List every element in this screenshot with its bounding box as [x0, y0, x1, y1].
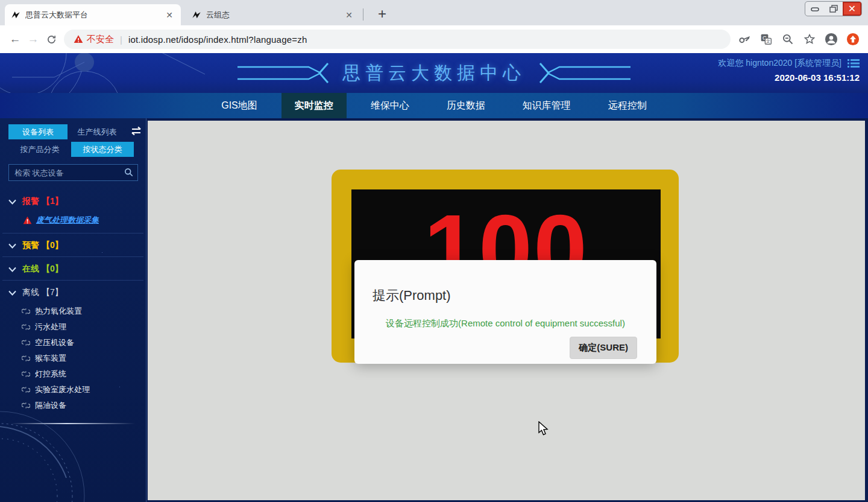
tree-item-offline-device[interactable]: 热力氧化装置 — [0, 303, 146, 319]
datetime: 2020-06-03 16:51:12 — [718, 72, 860, 83]
offline-link-icon — [22, 323, 30, 331]
address-bar[interactable]: 不安全 | iot.idosp.net/idosp/index.html?lan… — [64, 30, 731, 49]
offline-link-icon — [22, 370, 30, 378]
offline-link-icon — [22, 386, 30, 393]
toolbar-icons: G文 — [738, 33, 862, 46]
tab-title: 思普云大数据平台 — [25, 10, 164, 21]
forward-icon[interactable]: → — [24, 30, 42, 48]
browser-toolbar: ← → 不安全 | iot.idosp.net/idosp/index.html… — [0, 25, 868, 53]
page-title: 思普云大数据中心 — [342, 61, 526, 86]
url-text[interactable]: iot.idosp.net/idosp/index.html?language=… — [128, 34, 307, 45]
tab-active[interactable]: 思普云大数据平台 ✕ — [5, 4, 181, 25]
body-area: 设备列表 生产线列表 按产品分类 按状态分类 — [0, 118, 868, 502]
tree-item-offline-device[interactable]: 猴车装置 — [0, 351, 146, 366]
search-input[interactable] — [8, 164, 138, 181]
browser-menu-icon[interactable] — [846, 33, 860, 46]
welcome-text: 欢迎您 hignton2020 [系统管理员] — [718, 58, 841, 69]
back-icon[interactable]: ← — [6, 30, 24, 48]
tab-production-line-list[interactable]: 生产线列表 — [68, 124, 127, 139]
tree-item-offline-device[interactable]: 污水处理 — [0, 319, 146, 335]
tab-title: 云组态 — [206, 10, 344, 21]
tab-divider — [363, 8, 363, 21]
alarm-warning-icon — [23, 216, 32, 224]
new-tab-button[interactable]: + — [373, 5, 392, 24]
close-button[interactable]: ✕ — [843, 2, 861, 16]
dialog-title: 提示(Prompt) — [373, 287, 451, 305]
sidebar-decoration — [0, 405, 145, 502]
device-tree: 报警 【1】 废气处理数据采集 预警 【0】 在线 【0】 — [0, 189, 146, 413]
site-favicon-icon — [11, 10, 20, 20]
password-key-icon[interactable] — [738, 33, 751, 46]
device-sidebar: 设备列表 生产线列表 按产品分类 按状态分类 — [0, 118, 146, 502]
offline-link-icon — [22, 308, 30, 315]
tree-group-offline[interactable]: 离线 【7】 — [0, 281, 146, 303]
user-menu-icon[interactable] — [848, 59, 860, 68]
title-bracket-left — [237, 60, 334, 86]
chevron-down-icon[interactable] — [8, 288, 16, 297]
svg-text:文: 文 — [766, 39, 771, 44]
nav-item-history[interactable]: 历史数据 — [433, 93, 498, 118]
tab-device-list[interactable]: 设备列表 — [8, 124, 68, 139]
tree-item-offline-device[interactable]: 实验室废水处理 — [0, 382, 146, 398]
tree-group-alarm[interactable]: 报警 【1】 — [0, 189, 146, 212]
tree-item-offline-device[interactable]: 空压机设备 — [0, 335, 146, 351]
tree-item-alarm-device[interactable]: 废气处理数据采集 — [0, 212, 146, 233]
translate-icon[interactable]: G文 — [760, 33, 773, 46]
site-favicon-icon — [192, 10, 201, 20]
nav-item-realtime[interactable]: 实时监控 — [281, 93, 347, 118]
dialog-message: 设备远程控制成功(Remote control of equipment suc… — [354, 318, 656, 329]
offline-link-icon — [22, 339, 30, 346]
zoom-out-icon[interactable] — [781, 33, 794, 46]
tree-group-online[interactable]: 在线 【0】 — [0, 257, 146, 280]
search-icon[interactable] — [124, 168, 133, 179]
nav-item-remote[interactable]: 远程控制 — [595, 93, 660, 118]
restore-button[interactable] — [824, 2, 843, 16]
nav-item-knowledge[interactable]: 知识库管理 — [509, 93, 584, 118]
tree-group-warning[interactable]: 预警 【0】 — [0, 234, 146, 256]
not-secure-label[interactable]: 不安全 — [87, 34, 114, 45]
tab-strip: 思普云大数据平台 ✕ 云组态 ✕ + ✕ — [0, 0, 868, 25]
webpage: 思普云大数据中心 欢迎您 hignton2020 [系统管理员] 2020-06… — [0, 53, 868, 502]
chevron-down-icon[interactable] — [8, 197, 16, 206]
tab-close-icon[interactable]: ✕ — [164, 10, 175, 21]
offline-link-icon — [22, 355, 30, 362]
tab-close-icon[interactable]: ✕ — [344, 10, 354, 21]
tab-by-product[interactable]: 按产品分类 — [8, 142, 71, 157]
site-header: 思普云大数据中心 欢迎您 hignton2020 [系统管理员] 2020-06… — [0, 53, 868, 93]
chevron-down-icon[interactable] — [8, 241, 16, 250]
main-nav: GIS地图 实时监控 维保中心 历史数据 知识库管理 远程控制 — [0, 93, 868, 118]
browser-window: 思普云大数据平台 ✕ 云组态 ✕ + ✕ ← → — [0, 0, 868, 502]
window-controls: ✕ — [805, 1, 862, 16]
not-secure-warning-icon — [74, 34, 83, 44]
main-content: 100 提示(Prompt) 设备远程控制成功(Remote control o… — [148, 121, 865, 500]
nav-item-maintenance[interactable]: 维保中心 — [357, 93, 423, 118]
bookmark-star-icon[interactable] — [803, 33, 816, 46]
minimize-button[interactable] — [805, 2, 824, 16]
swap-icon[interactable] — [130, 126, 142, 138]
prompt-dialog: 提示(Prompt) 设备远程控制成功(Remote control of eq… — [354, 260, 656, 364]
address-separator: | — [120, 34, 122, 45]
confirm-button[interactable]: 确定(SURE) — [570, 337, 637, 359]
chevron-down-icon[interactable] — [8, 264, 16, 274]
tab-by-status[interactable]: 按状态分类 — [71, 142, 134, 157]
reload-icon[interactable] — [42, 30, 60, 48]
tab-inactive[interactable]: 云组态 ✕ — [186, 4, 360, 25]
tree-item-offline-device[interactable]: 灯控系统 — [0, 366, 146, 382]
nav-item-gis[interactable]: GIS地图 — [208, 93, 271, 118]
title-bracket-right — [534, 60, 631, 86]
profile-avatar-icon[interactable] — [825, 33, 838, 46]
mouse-cursor — [538, 421, 549, 437]
